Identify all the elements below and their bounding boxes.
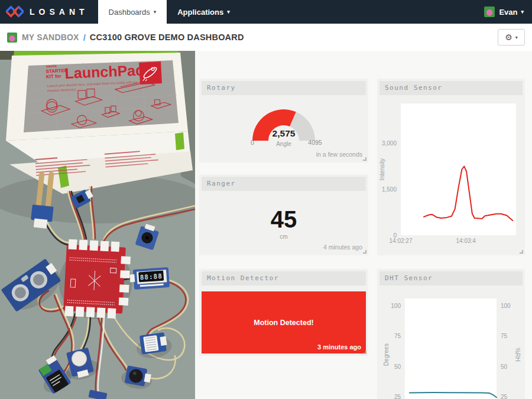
svg-text:50: 50	[501, 364, 508, 370]
last-updated: 4 minutes ago	[323, 244, 362, 251]
chevron-down-icon: ▾	[227, 9, 230, 15]
chevron-down-icon: ▾	[154, 9, 157, 15]
losant-logo-icon	[6, 5, 24, 18]
svg-text:1,500: 1,500	[382, 186, 397, 193]
gauge-min: 0	[246, 139, 258, 146]
widget-ranger: Ranger 45 cm 4 minutes ago	[199, 174, 368, 255]
sandbox-avatar	[7, 33, 17, 43]
grove-kit-photo: GROVE STARTER KIT for LaunchPad Launch y…	[0, 51, 195, 399]
user-menu[interactable]: Evan ▾	[476, 0, 532, 24]
dashboard-settings-button[interactable]: ⚙ ▾	[498, 29, 525, 46]
resize-handle[interactable]	[363, 351, 366, 354]
svg-text:14:02:27: 14:02:27	[390, 238, 413, 244]
user-name: Evan	[499, 8, 517, 17]
chevron-down-icon: ▾	[521, 9, 524, 15]
svg-text:100: 100	[391, 303, 401, 309]
svg-text:75: 75	[394, 333, 401, 339]
motion-message: Motion Detected!	[254, 319, 313, 327]
top-navbar: LOSANT Dashboards ▾ Applications ▾ Evan …	[0, 0, 532, 24]
box-kicker: GROVE	[46, 64, 57, 69]
gauge-max: 4095	[303, 139, 327, 146]
dht-line-chart: 100755025100755025Degrees%RH	[377, 286, 525, 399]
breadcrumb: MY SANDBOX / CC3100 GROVE DEMO DASHBOARD…	[0, 24, 532, 51]
widget-dht-sensor: DHT Sensor 100755025100755025Degrees%RH	[377, 269, 525, 399]
navbar-spacer	[241, 0, 476, 24]
tab-applications[interactable]: Applications ▾	[167, 0, 241, 24]
resize-handle[interactable]	[363, 157, 366, 161]
breadcrumb-separator: /	[83, 33, 86, 43]
svg-text:25: 25	[501, 394, 508, 399]
svg-text:Degrees: Degrees	[383, 343, 390, 366]
user-avatar	[484, 7, 495, 17]
resize-handle[interactable]	[520, 250, 523, 254]
gauge-label: Angle	[199, 141, 368, 147]
widget-title: Sound Sensor	[379, 81, 523, 95]
widget-motion-detector: Motion Detector Motion Detected! 3 minut…	[199, 269, 368, 356]
gear-icon: ⚙	[505, 33, 512, 41]
widget-title: Motion Detector	[202, 271, 366, 286]
last-updated: in a few seconds	[316, 151, 362, 158]
breadcrumb-parent-link[interactable]: MY SANDBOX	[22, 33, 79, 42]
gauge-value: 2,575	[199, 128, 368, 139]
svg-text:25: 25	[394, 394, 401, 399]
page-title: CC3100 GROVE DEMO DASHBOARD	[90, 33, 244, 42]
motion-alert-panel: Motion Detected! 3 minutes ago	[202, 291, 366, 353]
widget-sound-sensor: Sound Sensor 01,5003,00014:02:2714:03:4I…	[377, 79, 525, 255]
brand-wordmark: LOSANT	[30, 7, 89, 17]
svg-text:%RH: %RH	[514, 348, 521, 361]
widget-title: DHT Sensor	[379, 271, 523, 286]
svg-text:50: 50	[394, 364, 401, 370]
last-updated: 3 minutes ago	[317, 343, 361, 351]
ranger-value: 45	[199, 206, 368, 232]
display-digits: 88:88	[140, 273, 163, 282]
tab-dashboards[interactable]: Dashboards ▾	[98, 0, 167, 24]
widget-title: Rotary	[202, 81, 366, 95]
segment-display-module: 88:88	[129, 267, 170, 290]
svg-text:3,000: 3,000	[382, 140, 397, 147]
chevron-down-icon: ▾	[515, 35, 518, 40]
losant-brand[interactable]: LOSANT	[0, 0, 98, 24]
starter-kit-box: GROVE STARTER KIT for LaunchPad Launch y…	[6, 51, 193, 194]
svg-text:14:03:4: 14:03:4	[456, 238, 476, 244]
box-title: LaunchPad	[64, 61, 145, 82]
svg-text:Intensity: Intensity	[379, 158, 385, 180]
sound-line-chart: 01,5003,00014:02:2714:03:4Intensity	[377, 95, 525, 252]
widget-rotary: Rotary 2,575 Angle 0 4095 in a few secon…	[199, 79, 368, 163]
widget-title: Ranger	[202, 177, 366, 191]
resize-handle[interactable]	[363, 250, 366, 254]
svg-text:KIT for: KIT for	[46, 73, 61, 79]
svg-text:75: 75	[501, 333, 508, 339]
ranger-unit: cm	[199, 233, 368, 240]
svg-text:100: 100	[501, 303, 511, 309]
